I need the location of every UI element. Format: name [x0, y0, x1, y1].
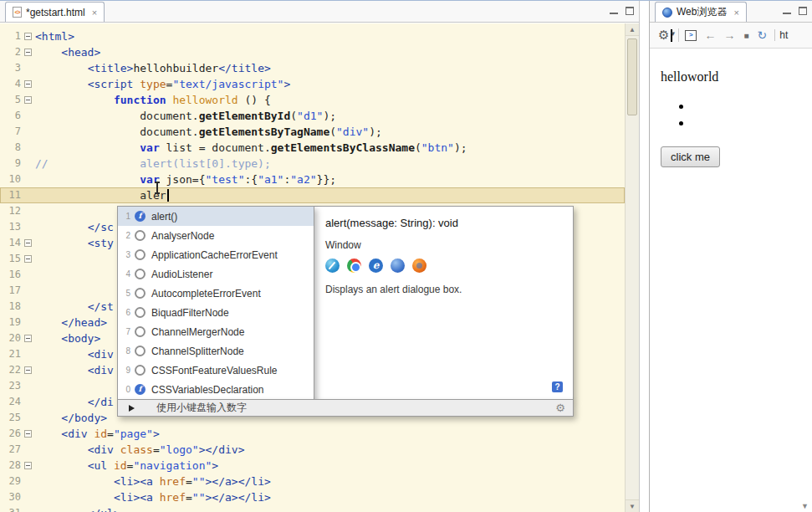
fold-marker-icon[interactable] — [24, 462, 32, 469]
fold-column — [22, 219, 35, 235]
function-icon — [135, 384, 146, 395]
line-number: 1 — [0, 28, 22, 44]
autocomplete-item[interactable]: 7ChannelMergerNode — [118, 322, 314, 341]
click-me-button[interactable]: click me — [661, 146, 720, 167]
code-text: <html> — [35, 28, 74, 44]
fold-column[interactable] — [22, 44, 35, 60]
fold-column[interactable] — [22, 362, 35, 378]
autocomplete-item[interactable]: 3ApplicationCacheErrorEvent — [118, 245, 314, 264]
code-text: <title>hellohbuilder</title> — [35, 60, 271, 76]
fold-marker-icon[interactable] — [24, 430, 32, 438]
fold-marker-icon[interactable] — [24, 80, 32, 88]
code-line-5[interactable]: 5 function helloworld () { — [0, 92, 625, 108]
refresh-icon[interactable]: ↻ — [758, 28, 768, 42]
class-icon — [135, 346, 146, 356]
fold-marker-icon[interactable] — [24, 366, 32, 374]
fold-marker-icon[interactable] — [24, 49, 32, 56]
fold-marker-icon[interactable] — [24, 335, 32, 342]
line-number: 7 — [0, 124, 22, 140]
line-number: 23 — [0, 378, 22, 394]
fold-marker-icon[interactable] — [24, 96, 32, 104]
code-text: var json={"test":{"a1":"a2"}}; — [35, 172, 336, 187]
code-text: <div class="logo"></div> — [35, 442, 245, 458]
autocomplete-item[interactable]: 5AutocompleteErrorEvent — [118, 284, 314, 303]
autocomplete-statusbar: 使用小键盘输入数字 ⚙ — [117, 399, 574, 417]
code-line-1[interactable]: 1<html> — [0, 28, 625, 44]
fold-column — [22, 203, 35, 219]
browser-settings-gear-icon[interactable]: ⚙ — [658, 28, 669, 43]
code-line-31[interactable]: 31 </ul> — [0, 505, 625, 512]
autocomplete-item[interactable]: 1alert() — [118, 207, 314, 226]
panel-scroll-down-icon[interactable]: ▼ — [801, 502, 809, 510]
doc-description: Displays an alert dialogue box. — [325, 284, 562, 295]
browser-tabbar: Web浏览器 × — [650, 0, 812, 23]
code-line-29[interactable]: 29 <li><a href=""></a></li> — [0, 474, 625, 489]
minimize-button[interactable] — [783, 7, 791, 15]
scrollbar-thumb[interactable] — [627, 38, 637, 115]
code-line-11[interactable]: 11 aler — [0, 187, 625, 203]
fold-column[interactable] — [22, 458, 35, 474]
fold-marker-icon[interactable] — [24, 255, 32, 263]
line-number: 22 — [0, 362, 22, 378]
code-text: <div id="page"> — [35, 426, 160, 442]
code-line-4[interactable]: 4 <script type="text/javascript"> — [0, 76, 625, 92]
autocomplete-item[interactable]: 4AudioListener — [118, 264, 314, 284]
code-line-3[interactable]: 3 <title>hellohbuilder</title> — [0, 60, 625, 76]
close-icon[interactable]: × — [92, 8, 97, 18]
fold-column — [22, 505, 35, 512]
minimize-button[interactable] — [610, 7, 618, 15]
editor-vertical-scrollbar[interactable]: ▲ ▼ — [625, 23, 639, 512]
tab-getstart-html[interactable]: <> *getstart.html × — [5, 2, 105, 22]
fold-column[interactable] — [22, 426, 35, 442]
url-field[interactable]: ht — [774, 29, 788, 41]
fold-column[interactable] — [22, 235, 35, 251]
code-line-28[interactable]: 28 <ul id="navigation"> — [0, 458, 625, 474]
maximize-button[interactable] — [626, 7, 634, 15]
class-icon — [135, 365, 146, 376]
line-number: 3 — [0, 60, 22, 76]
stop-icon[interactable]: ■ — [743, 31, 748, 40]
line-number: 26 — [0, 426, 22, 442]
scroll-up-button[interactable]: ▲ — [626, 23, 639, 36]
code-line-10[interactable]: 10 var json={"test":{"a1":"a2"}}; — [0, 172, 625, 187]
help-icon[interactable]: ? — [552, 381, 563, 392]
code-line-8[interactable]: 8 var list = document.getElementsByClass… — [0, 140, 625, 156]
play-icon — [129, 405, 135, 412]
autocomplete-item[interactable]: 0CSSVariablesDeclaration — [118, 380, 314, 399]
back-icon[interactable]: ← — [704, 28, 716, 42]
fold-column[interactable] — [22, 251, 35, 267]
autocomplete-item[interactable]: 8ChannelSplitterNode — [118, 341, 314, 361]
fold-column[interactable] — [22, 28, 35, 44]
editor-tab-label: *getstart.html — [26, 7, 85, 18]
autocomplete-item[interactable]: 6BiquadFilterNode — [118, 303, 314, 322]
dropdown-arrow-icon[interactable]: ▾ — [671, 29, 672, 42]
code-line-9[interactable]: 9// alert(list[0].type); — [0, 156, 625, 172]
code-line-26[interactable]: 26 <div id="page"> — [0, 426, 625, 442]
open-external-browser-icon[interactable]: > — [685, 30, 697, 41]
autocomplete-item[interactable]: 2AnalyserNode — [118, 226, 314, 245]
fold-marker-icon[interactable] — [24, 239, 32, 247]
line-number: 28 — [0, 458, 22, 474]
code-text: <div — [35, 346, 114, 362]
close-icon[interactable]: × — [733, 8, 738, 18]
code-line-6[interactable]: 6 document.getElementById("d1"); — [0, 108, 625, 124]
scroll-down-button[interactable]: ▼ — [626, 499, 639, 512]
autocomplete-item[interactable]: 9CSSFontFeatureValuesRule — [118, 361, 314, 380]
code-line-7[interactable]: 7 document.getElementsByTagName("div"); — [0, 124, 625, 140]
class-icon — [135, 288, 146, 299]
chrome-browser-icon — [347, 259, 361, 273]
code-text: <sty — [35, 235, 114, 251]
maximize-button[interactable] — [799, 7, 807, 15]
code-line-27[interactable]: 27 <div class="logo"></div> — [0, 442, 625, 458]
fold-column[interactable] — [22, 92, 35, 108]
autocomplete-item-list: 1alert()2AnalyserNode3ApplicationCacheEr… — [118, 207, 314, 399]
fold-column[interactable] — [22, 330, 35, 346]
code-line-2[interactable]: 2 <head> — [0, 44, 625, 60]
settings-gear-icon[interactable]: ⚙ — [555, 402, 565, 414]
item-label: CSSFontFeatureValuesRule — [151, 365, 278, 376]
fold-marker-icon[interactable] — [24, 33, 32, 40]
tab-web-browser[interactable]: Web浏览器 × — [655, 2, 747, 22]
fold-column[interactable] — [22, 76, 35, 92]
code-line-30[interactable]: 30 <li><a href=""></a></li> — [0, 489, 625, 505]
forward-icon[interactable]: → — [723, 28, 735, 42]
